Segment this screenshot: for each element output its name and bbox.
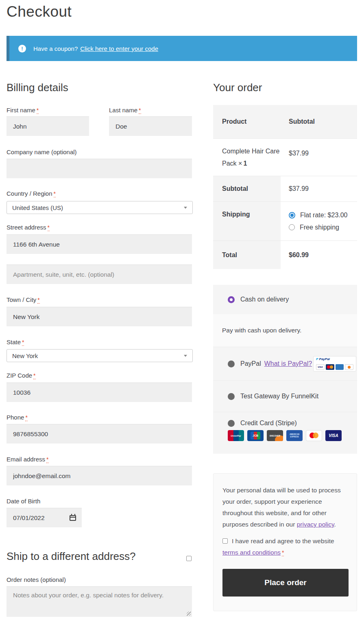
last-name-label: Last name*: [109, 107, 141, 114]
order-notes-textarea[interactable]: [7, 586, 192, 617]
chevron-down-icon: [184, 207, 187, 209]
shipping-options-cell: Flat rate: $23.00 Free shipping: [281, 202, 357, 240]
cod-label[interactable]: Cash on delivery: [240, 296, 289, 303]
coupon-banner-text: Have a coupon?: [33, 45, 78, 52]
order-submit-box: Your personal data will be used to proce…: [213, 473, 357, 611]
payment-methods-box: Cash on delivery Pay with cash upon deli…: [213, 285, 357, 454]
required-mark: *: [139, 107, 141, 114]
payment-method-stripe[interactable]: Credit Card (Stripe) UnionPay JCB DISCOV…: [213, 412, 357, 454]
what-is-paypal-link[interactable]: What is PayPal?: [264, 360, 312, 367]
free-shipping-radio[interactable]: [289, 224, 295, 230]
calendar-icon[interactable]: [70, 515, 76, 521]
paypal-label[interactable]: PayPal: [240, 360, 261, 367]
visa-mini-icon: VISA: [316, 364, 325, 370]
zip-label: ZIP Code*: [7, 372, 36, 379]
privacy-policy-link[interactable]: privacy policy: [297, 521, 334, 528]
shipping-option-flat-rate[interactable]: Flat rate: $23.00: [289, 212, 357, 219]
visa-icon: VISA: [325, 430, 342, 441]
company-label: Company name (optional): [7, 149, 77, 155]
country-select-value: United States (US): [12, 204, 63, 211]
last-name-input[interactable]: [109, 116, 192, 136]
order-notes-label: Order notes (optional): [7, 576, 66, 583]
subtotal-row: Subtotal $37.99: [213, 176, 357, 201]
payment-method-paypal[interactable]: PayPal What is PayPal? P PayPal VISA: [213, 347, 357, 380]
billing-details-heading: Billing details: [7, 81, 68, 94]
shipping-option-free[interactable]: Free shipping: [289, 224, 357, 231]
subtotal-value: $37.99: [281, 176, 357, 201]
state-select[interactable]: New York: [7, 349, 193, 362]
paypal-mini-cards: VISA: [316, 364, 353, 370]
phone-input[interactable]: [7, 424, 192, 444]
flat-rate-label[interactable]: Flat rate: $23.00: [300, 212, 348, 219]
company-input[interactable]: [7, 159, 192, 178]
state-label: State*: [7, 339, 24, 345]
state-select-value: New York: [12, 352, 38, 359]
dob-date-input[interactable]: 07/01/2022: [7, 508, 82, 527]
cod-radio[interactable]: [228, 296, 235, 303]
privacy-policy-text: Your personal data will be used to proce…: [222, 485, 348, 530]
jcb-icon: JCB: [247, 430, 264, 441]
coupon-toggle-link[interactable]: Click here to enter your code: [80, 45, 158, 52]
cod-description: Pay with cash upon delivery.: [213, 314, 357, 347]
zip-input[interactable]: [7, 382, 192, 402]
stripe-card-icons: UnionPay JCB DISCOVER AMERICAN EXPRESS V…: [228, 430, 357, 441]
test-gateway-radio[interactable]: [228, 393, 235, 400]
total-label: Total: [213, 241, 281, 269]
amex-mini-icon: [336, 364, 344, 370]
total-value: $60.99: [281, 241, 357, 269]
required-mark: *: [48, 224, 50, 231]
info-icon: [18, 45, 26, 52]
country-select[interactable]: United States (US): [7, 201, 193, 214]
test-gateway-label[interactable]: Test Gateway By FunnelKit: [240, 393, 318, 400]
mastercard-icon: [306, 430, 322, 441]
terms-and-conditions-link[interactable]: terms and conditions: [222, 549, 281, 556]
subtotal-label: Subtotal: [213, 176, 281, 201]
your-order-heading: Your order: [213, 81, 262, 94]
first-name-label: First name*: [7, 107, 39, 114]
phone-label: Phone*: [7, 414, 28, 421]
product-column-header: Product: [213, 105, 281, 138]
order-review-table: Product Subtotal Complete Hair Care Pack…: [213, 105, 357, 269]
payment-method-cod[interactable]: Cash on delivery: [213, 285, 357, 314]
first-name-input[interactable]: [7, 116, 89, 136]
email-label: Email address*: [7, 456, 49, 463]
paypal-logo-icon: P PayPal: [316, 358, 353, 361]
paypal-radio[interactable]: [228, 361, 235, 367]
order-item-row: Complete Hair Care Pack ×1 $37.99: [213, 138, 357, 176]
required-mark: *: [33, 372, 35, 379]
order-item-name-cell: Complete Hair Care Pack ×1: [213, 139, 281, 176]
discover-icon: DISCOVER: [267, 430, 283, 441]
paypal-acceptance-badge: P PayPal VISA: [313, 356, 356, 372]
discover-mini-icon: [345, 364, 353, 370]
payment-method-test-gateway[interactable]: Test Gateway By FunnelKit: [213, 380, 357, 412]
country-label: Country / Region*: [7, 190, 56, 197]
order-notes-wrapper: [7, 586, 192, 617]
stripe-label[interactable]: Credit Card (Stripe): [240, 420, 297, 427]
email-input[interactable]: [7, 466, 192, 485]
terms-text: I have read and agree to the website: [232, 538, 334, 544]
free-shipping-label[interactable]: Free shipping: [300, 224, 339, 231]
required-mark: *: [54, 190, 56, 197]
mastercard-mini-icon: [326, 364, 334, 370]
place-order-button[interactable]: Place order: [222, 569, 349, 597]
dob-value: 07/01/2022: [13, 514, 45, 522]
stripe-radio[interactable]: [228, 420, 235, 427]
city-input[interactable]: [7, 307, 192, 326]
required-mark: *: [37, 107, 39, 114]
required-mark: *: [25, 414, 27, 421]
order-item-qty: 1: [243, 160, 247, 167]
terms-checkbox[interactable]: [222, 538, 228, 544]
street-address-label: Street address*: [7, 224, 50, 231]
unionpay-icon: UnionPay: [228, 430, 244, 441]
required-mark: *: [282, 549, 284, 556]
shipping-row: Shipping Flat rate: $23.00 Free shipping: [213, 201, 357, 240]
ship-different-heading: Ship to a different address?: [7, 550, 136, 563]
street-address-input[interactable]: [7, 234, 192, 254]
apartment-input[interactable]: [7, 264, 192, 284]
dob-label: Date of Birth: [7, 498, 40, 505]
ship-different-checkbox[interactable]: [186, 556, 192, 561]
flat-rate-radio[interactable]: [289, 212, 295, 219]
order-item-price: $37.99: [281, 139, 357, 176]
order-item-name: Complete Hair Care Pack: [222, 148, 279, 167]
city-label: Town / City*: [7, 296, 40, 303]
